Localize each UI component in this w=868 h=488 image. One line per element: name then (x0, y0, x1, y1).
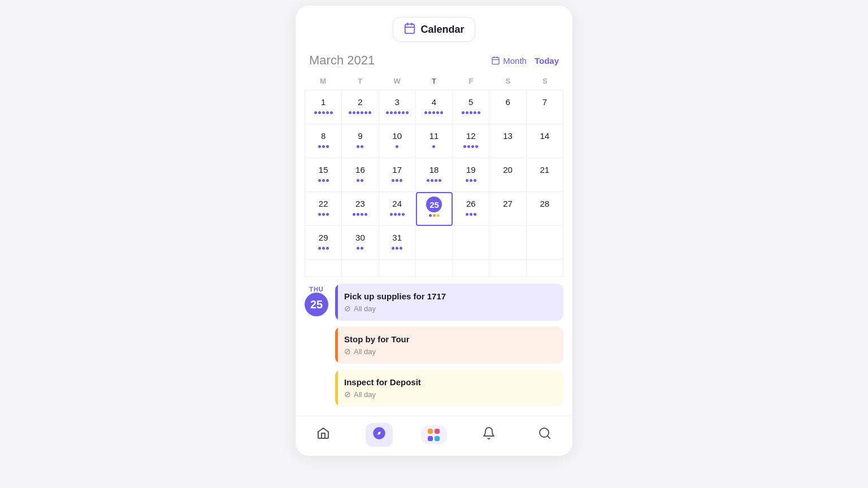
clock-icon-3: ⊘ (344, 390, 351, 399)
cal-day-3[interactable]: 3 (379, 90, 416, 124)
cal-extra-7 (527, 260, 563, 277)
clock-icon-2: ⊘ (344, 347, 351, 356)
today-button[interactable]: Today (535, 56, 559, 66)
nav-explore[interactable] (366, 423, 393, 447)
date-badge: THU 25 (305, 284, 328, 316)
calendar: M T W T F S S 1 2 3 4 5 6 (296, 75, 572, 277)
cal-extra-4 (416, 260, 453, 277)
event-time-3: ⊘ All day (344, 390, 554, 399)
day-header-wed: W (379, 75, 415, 88)
month-label: March (309, 53, 344, 67)
cal-extra-5 (453, 260, 489, 277)
calendar-icon (403, 22, 416, 37)
cal-empty-4 (527, 226, 563, 260)
cal-day-28[interactable]: 28 (527, 192, 563, 226)
cal-grid: 1 2 3 4 5 6 7 8 9 10 (305, 90, 563, 277)
day-header-tue: T (341, 75, 378, 88)
cal-day-25[interactable]: 25 (416, 192, 453, 226)
apps-icon (428, 429, 440, 441)
event-card-3[interactable]: Inspect for Deposit ⊘ All day (335, 369, 563, 407)
cal-day-15[interactable]: 15 (305, 158, 342, 192)
cal-empty-1 (416, 226, 453, 260)
event-time-label-2: All day (354, 347, 376, 356)
month-nav: March 2021 Month Today (296, 49, 572, 75)
cal-day-18[interactable]: 18 (416, 158, 453, 192)
cal-day-12[interactable]: 12 (453, 124, 489, 158)
cal-day-7[interactable]: 7 (527, 90, 563, 124)
cal-day-20[interactable]: 20 (489, 158, 526, 192)
nav-search[interactable] (531, 423, 558, 447)
cal-day-31[interactable]: 31 (379, 226, 416, 260)
event-card-2[interactable]: Stop by for Tour ⊘ All day (335, 326, 563, 364)
event-time-2: ⊘ All day (344, 347, 554, 356)
date-badge-num: 25 (305, 293, 328, 316)
month-button-label: Month (503, 56, 527, 66)
day-header-thu: T (415, 75, 452, 88)
cal-day-13[interactable]: 13 (489, 124, 526, 158)
search-icon (538, 426, 552, 443)
home-icon (316, 426, 330, 443)
event-time-label-3: All day (354, 390, 376, 399)
events-list: Pick up supplies for 1717 ⊘ All day Stop… (335, 284, 563, 407)
day-header-mon: M (305, 75, 341, 88)
event-time-1: ⊘ All day (344, 304, 554, 313)
nav-notifications[interactable] (475, 423, 502, 447)
day-header-sat: S (489, 75, 526, 88)
day-headers: M T W T F S S (305, 75, 563, 88)
cal-day-9[interactable]: 9 (342, 124, 379, 158)
event-title-1: Pick up supplies for 1717 (344, 291, 554, 301)
event-card-1[interactable]: Pick up supplies for 1717 ⊘ All day (335, 284, 563, 321)
cal-day-16[interactable]: 16 (342, 158, 379, 192)
cal-extra-3 (379, 260, 416, 277)
cal-day-19[interactable]: 19 (453, 158, 489, 192)
cal-day-23[interactable]: 23 (342, 192, 379, 226)
cal-day-5[interactable]: 5 (453, 90, 489, 124)
month-view-button[interactable]: Month (491, 56, 527, 66)
compass-icon (372, 426, 386, 443)
cal-day-10[interactable]: 10 (379, 124, 416, 158)
cal-day-29[interactable]: 29 (305, 226, 342, 260)
cal-day-24[interactable]: 24 (379, 192, 416, 226)
event-title-3: Inspect for Deposit (344, 377, 554, 387)
cal-day-22[interactable]: 22 (305, 192, 342, 226)
nav-apps[interactable] (421, 425, 447, 445)
day-header-sun: S (527, 75, 563, 88)
events-section: THU 25 Pick up supplies for 1717 ⊘ All d… (296, 277, 572, 416)
bottom-nav (296, 416, 572, 456)
day-header-fri: F (453, 75, 489, 88)
cal-day-27[interactable]: 27 (489, 192, 526, 226)
header-title: Calendar (420, 24, 464, 36)
cal-day-6[interactable]: 6 (489, 90, 526, 124)
bell-icon (482, 426, 496, 443)
cal-day-1[interactable]: 1 (305, 90, 342, 124)
svg-rect-0 (405, 24, 415, 33)
cal-empty-2 (453, 226, 489, 260)
event-title-2: Stop by for Tour (344, 334, 554, 344)
cal-day-21[interactable]: 21 (527, 158, 563, 192)
cal-day-26[interactable]: 26 (453, 192, 489, 226)
cal-day-2[interactable]: 2 (342, 90, 379, 124)
date-badge-day: THU (309, 286, 324, 293)
month-year: March 2021 (309, 53, 375, 68)
cal-day-8[interactable]: 8 (305, 124, 342, 158)
date-badge-row: THU 25 Pick up supplies for 1717 ⊘ All d… (305, 284, 563, 407)
year-label: 2021 (347, 53, 375, 67)
nav-home[interactable] (310, 423, 337, 447)
app-container: Calendar March 2021 Month Today M (296, 6, 572, 456)
cal-empty-3 (489, 226, 526, 260)
cal-day-14[interactable]: 14 (527, 124, 563, 158)
cal-extra-2 (342, 260, 379, 277)
header: Calendar (296, 6, 572, 49)
svg-line-11 (547, 436, 549, 438)
event-time-label-1: All day (354, 304, 376, 313)
cal-day-17[interactable]: 17 (379, 158, 416, 192)
month-controls: Month Today (491, 56, 559, 66)
cal-extra-1 (305, 260, 342, 277)
clock-icon-1: ⊘ (344, 304, 351, 313)
svg-rect-4 (492, 58, 499, 64)
cal-day-4[interactable]: 4 (416, 90, 453, 124)
cal-day-11[interactable]: 11 (416, 124, 453, 158)
cal-day-30[interactable]: 30 (342, 226, 379, 260)
cal-extra-6 (489, 260, 526, 277)
header-title-box: Calendar (393, 17, 475, 42)
